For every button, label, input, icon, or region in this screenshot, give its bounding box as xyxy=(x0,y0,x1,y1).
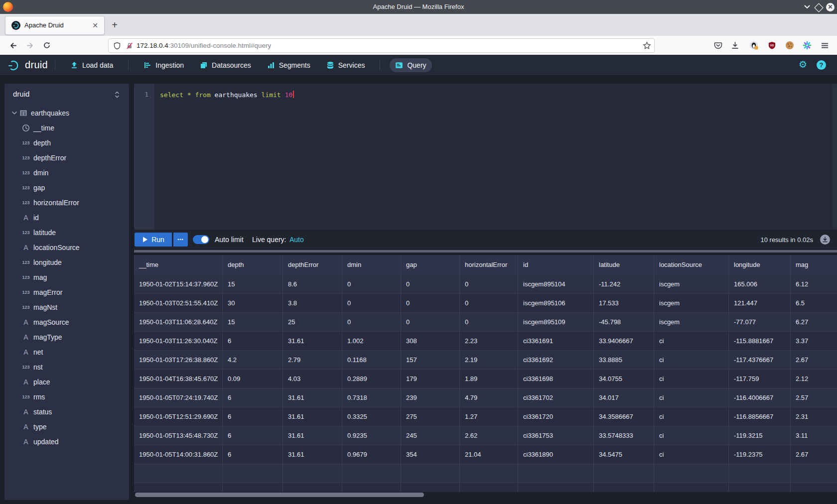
string-type-icon: A xyxy=(20,438,31,446)
shield-icon[interactable] xyxy=(113,42,121,50)
column-header-horizontalError[interactable]: horizontalError xyxy=(460,255,518,275)
sidebar-column-type[interactable]: Atype xyxy=(4,419,129,434)
nav-segments[interactable]: Segments xyxy=(262,58,316,72)
settings-gear-icon[interactable]: ⚙ xyxy=(799,59,807,70)
sidebar-column-magSource[interactable]: AmagSource xyxy=(4,315,129,330)
column-header-longitude[interactable]: longitude xyxy=(729,255,791,275)
nav-services[interactable]: Services xyxy=(321,58,371,72)
sidebar-column-place[interactable]: Aplace xyxy=(4,375,129,389)
sidebar-column-magType[interactable]: AmagType xyxy=(4,330,129,345)
sidebar-column-magNst[interactable]: 123magNst xyxy=(4,300,129,315)
bookmark-star-icon[interactable] xyxy=(643,41,651,50)
string-type-icon: A xyxy=(20,214,31,222)
lock-insecure-icon[interactable] xyxy=(126,42,134,50)
run-more-button[interactable]: ••• xyxy=(173,233,188,247)
live-query-value[interactable]: Auto xyxy=(289,230,304,250)
url-text[interactable]: 172.18.0.4:30109/unified-console.html#qu… xyxy=(137,42,271,49)
extension-ublock-icon[interactable]: UO xyxy=(765,38,779,52)
forward-icon[interactable] xyxy=(23,38,37,52)
results-count: 10 results in 0.02s xyxy=(760,230,813,250)
nav-datasources[interactable]: Datasources xyxy=(194,58,257,72)
table-cell: 1.89 xyxy=(460,370,518,388)
query-icon xyxy=(395,61,403,69)
download-results-icon[interactable] xyxy=(820,235,830,245)
sidebar-column-dmin[interactable]: 123dmin xyxy=(4,165,129,180)
sidebar-column-depthError[interactable]: 123depthError xyxy=(4,150,129,165)
extension-cookie-icon[interactable] xyxy=(783,38,797,52)
extension-penguin-icon[interactable] xyxy=(747,38,761,52)
sidebar-column-rms[interactable]: 123rms xyxy=(4,389,129,404)
new-tab-button[interactable]: + xyxy=(108,18,122,32)
sidebar-column-id[interactable]: Aid xyxy=(4,210,129,225)
table-cell: 0.3325 xyxy=(342,407,401,426)
column-header-gap[interactable]: gap xyxy=(401,255,460,275)
table-cell: 31.61 xyxy=(283,445,342,464)
extension-pinwheel-icon[interactable] xyxy=(800,38,814,52)
header-divider xyxy=(55,60,55,70)
tab-close-icon[interactable]: ✕ xyxy=(90,20,100,30)
help-icon[interactable]: ? xyxy=(817,60,826,70)
sidebar-column-longitude[interactable]: 123longitude xyxy=(4,255,129,270)
sidebar-column-mag[interactable]: 123mag xyxy=(4,270,129,285)
table-cell: 6.5 xyxy=(791,294,837,313)
sidebar-column-depth[interactable]: 123depth xyxy=(4,135,129,150)
column-header-mag[interactable]: mag xyxy=(791,255,837,275)
column-name: depthError xyxy=(33,154,66,162)
browser-tab[interactable]: Apache Druid ✕ xyxy=(5,16,105,35)
sidebar-column-nst[interactable]: 123nst xyxy=(4,360,129,375)
sidebar-column-latitude[interactable]: 123latitude xyxy=(4,225,129,240)
window-close-icon[interactable]: ✕ xyxy=(826,3,835,11)
sidebar-column-horizontalError[interactable]: 123horizontalError xyxy=(4,195,129,210)
panel-splitter[interactable] xyxy=(134,250,837,252)
header-divider xyxy=(380,60,380,70)
sidebar-column-locationSource[interactable]: AlocationSource xyxy=(4,240,129,255)
table-cell: 1950-01-04T16:38:45.670Z xyxy=(134,370,223,388)
nav-query[interactable]: Query xyxy=(390,58,431,72)
table-cell: -119.2375 xyxy=(729,445,791,464)
sidebar-table-earthquakes[interactable]: earthquakes xyxy=(4,106,129,121)
pocket-icon[interactable] xyxy=(711,38,725,52)
sidebar-column-magError[interactable]: 123magError xyxy=(4,285,129,300)
druid-logo[interactable]: druid xyxy=(7,58,48,72)
query-editor[interactable]: 1 select * from earthquakes limit 10 xyxy=(134,84,837,230)
column-header-latitude[interactable]: latitude xyxy=(594,255,654,275)
column-header-depthError[interactable]: depthError xyxy=(283,255,342,275)
editor-scrollbar[interactable] xyxy=(833,84,837,230)
menu-hamburger-icon[interactable] xyxy=(818,38,832,52)
toggle-knob xyxy=(201,236,208,243)
column-name: updated xyxy=(33,438,59,446)
column-header-id[interactable]: id xyxy=(518,255,594,275)
column-header-__time[interactable]: __time xyxy=(134,255,223,275)
table-cell: 0 xyxy=(401,294,460,313)
run-button[interactable]: Run xyxy=(135,233,172,247)
horizontal-scrollbar[interactable] xyxy=(134,492,837,498)
scrollbar-thumb[interactable] xyxy=(135,493,424,497)
double-caret-icon[interactable] xyxy=(114,91,121,99)
column-name: magError xyxy=(33,288,62,296)
reload-icon[interactable] xyxy=(40,38,54,52)
url-bar[interactable]: 172.18.0.4:30109/unified-console.html#qu… xyxy=(108,38,655,53)
sidebar-column-gap[interactable]: 123gap xyxy=(4,180,129,195)
chevron-down-icon[interactable] xyxy=(11,110,18,117)
string-type-icon: A xyxy=(20,348,31,356)
sql-text[interactable]: select * from earthquakes limit 10 xyxy=(160,91,294,99)
downloads-icon[interactable] xyxy=(728,38,742,52)
table-cell xyxy=(729,483,791,492)
column-header-locationSource[interactable]: locationSource xyxy=(654,255,729,275)
sidebar-column-status[interactable]: Astatus xyxy=(4,404,129,419)
column-name: magSource xyxy=(33,318,69,326)
string-type-icon: A xyxy=(20,423,31,431)
column-header-dmin[interactable]: dmin xyxy=(342,255,401,275)
window-minimize-icon[interactable] xyxy=(803,4,811,12)
table-cell xyxy=(518,464,594,483)
table-cell: iscgem895104 xyxy=(518,275,594,294)
nav-load-data[interactable]: Load data xyxy=(65,58,119,72)
sidebar-column-__time[interactable]: __time xyxy=(4,121,129,135)
back-icon[interactable] xyxy=(6,38,20,52)
auto-limit-toggle[interactable] xyxy=(193,235,209,244)
nav-ingestion[interactable]: Ingestion xyxy=(138,58,189,72)
table-cell: 25 xyxy=(283,313,342,332)
column-header-depth[interactable]: depth xyxy=(223,255,283,275)
sidebar-column-net[interactable]: Anet xyxy=(4,345,129,360)
sidebar-column-updated[interactable]: Aupdated xyxy=(4,434,129,449)
